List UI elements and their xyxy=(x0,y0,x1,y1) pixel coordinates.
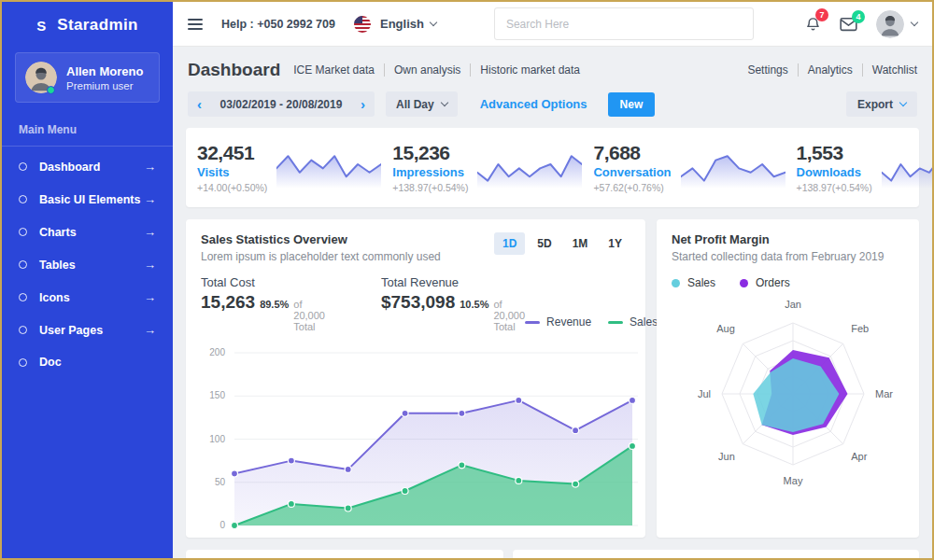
user-card[interactable]: Allen Moreno Premium user xyxy=(15,52,160,103)
circle-icon xyxy=(19,162,27,171)
app-logo[interactable]: S Staradmin xyxy=(2,2,173,49)
range-tabs: 1D5D1M1Y xyxy=(494,232,630,255)
new-button[interactable]: New xyxy=(608,92,656,117)
date-range-picker[interactable]: ‹ 03/02/2019 - 20/08/2019 › xyxy=(188,91,375,117)
circle-icon xyxy=(19,326,27,334)
sidebar-item-charts[interactable]: Charts→ xyxy=(2,216,173,248)
sidebar-item-label: Doc xyxy=(39,356,62,369)
svg-text:200: 200 xyxy=(209,347,225,357)
svg-text:150: 150 xyxy=(209,390,225,400)
all-day-dropdown[interactable]: All Day xyxy=(386,91,458,117)
notification-badge: 7 xyxy=(815,8,828,21)
header-links: ICE Market dataOwn analysisHistoric mark… xyxy=(293,63,580,77)
partial-card xyxy=(513,550,919,558)
arrow-right-icon: → xyxy=(144,160,156,174)
date-prev-icon[interactable]: ‹ xyxy=(197,97,202,111)
header-link-historic-market-data[interactable]: Historic market data xyxy=(470,63,580,77)
net-profit-radar-chart: JanFebMarAprMayJunJulAug xyxy=(672,295,904,502)
toolbar: ‹ 03/02/2019 - 20/08/2019 › All Day Adva… xyxy=(188,91,917,117)
svg-text:0: 0 xyxy=(219,520,225,530)
totals-row: Total Cost 15,263 89.5% of 20,000 Total … xyxy=(201,275,630,332)
main-menu: Dashboard→Basic UI Elements→Charts→Table… xyxy=(2,150,173,378)
profile-menu[interactable] xyxy=(876,10,917,38)
profit-card-subtitle: Started collecting data from February 20… xyxy=(672,250,904,263)
sidebar-item-basic-ui-elements[interactable]: Basic UI Elements→ xyxy=(2,183,173,216)
circle-icon xyxy=(19,195,27,203)
advanced-options-link[interactable]: Advanced Options xyxy=(480,97,587,111)
legend-label: Revenue xyxy=(546,315,591,329)
arrow-right-icon: → xyxy=(144,290,156,304)
date-next-icon[interactable]: › xyxy=(361,97,365,111)
us-flag-icon[interactable] xyxy=(354,16,371,33)
header-link-analytics[interactable]: Analytics xyxy=(798,63,853,77)
tab-1y[interactable]: 1Y xyxy=(600,232,630,255)
sidebar-item-label: Dashboard xyxy=(39,161,100,174)
svg-text:Jul: Jul xyxy=(698,388,711,399)
logo-text: Staradmin xyxy=(57,16,138,35)
sidebar-item-label: Tables xyxy=(39,259,76,272)
stat-impressions: 15,236 Impressions +138.97(+0.54%) xyxy=(387,142,587,193)
export-button[interactable]: Export xyxy=(846,91,917,117)
area-chart-legend: RevenueSales xyxy=(525,315,658,332)
profile-avatar xyxy=(876,10,904,38)
total-cost-value: 15,263 xyxy=(201,292,255,313)
logo-icon: S xyxy=(36,18,46,34)
sparkline-chart xyxy=(477,146,582,190)
header-right-links: SettingsAnalyticsWatchlist xyxy=(747,63,917,77)
svg-text:100: 100 xyxy=(209,434,225,444)
stat-value: 15,236 xyxy=(392,142,468,164)
main-area: Help : +050 2992 709 English 7 xyxy=(173,2,932,558)
sidebar-item-tables[interactable]: Tables→ xyxy=(2,248,173,281)
hamburger-icon[interactable] xyxy=(188,19,203,30)
tab-1m[interactable]: 1M xyxy=(564,232,597,255)
total-revenue-value: $753,098 xyxy=(381,292,455,313)
arrow-right-icon: → xyxy=(144,323,156,337)
sales-card-titles: Sales Statistics Overview Lorem ipsum is… xyxy=(201,232,441,263)
next-row-cards xyxy=(186,550,919,558)
total-cost-percent: 89.5% xyxy=(260,299,289,310)
svg-text:Mar: Mar xyxy=(875,388,893,399)
sidebar-item-label: User Pages xyxy=(39,324,103,337)
header-link-ice-market-data[interactable]: ICE Market data xyxy=(293,63,375,77)
radar-legend: SalesOrders xyxy=(672,276,904,289)
help-phone: Help : +050 2992 709 xyxy=(221,18,335,31)
svg-text:50: 50 xyxy=(215,477,226,487)
all-day-label: All Day xyxy=(396,98,434,111)
sidebar-item-doc[interactable]: Doc xyxy=(2,346,173,378)
notifications-button[interactable]: 7 xyxy=(805,15,821,33)
stats-card: 32,451 Visits +14.00(+0.50%) 15,236 Impr… xyxy=(186,128,919,207)
sidebar-item-icons[interactable]: Icons→ xyxy=(2,281,173,314)
stat-label: Visits xyxy=(197,165,267,179)
legend-orders: Orders xyxy=(740,276,790,289)
stat-value: 7,688 xyxy=(593,142,671,164)
user-avatar xyxy=(25,62,57,93)
total-revenue-percent: 10.5% xyxy=(460,299,488,310)
svg-text:Apr: Apr xyxy=(851,451,867,462)
stat-change: +138.97(+0.54%) xyxy=(392,182,468,193)
sidebar-item-user-pages[interactable]: User Pages→ xyxy=(2,314,173,346)
header-link-watchlist[interactable]: Watchlist xyxy=(862,63,917,77)
sales-card-subtitle: Lorem ipsum is placeholder text commonly… xyxy=(201,250,441,263)
sidebar-item-dashboard[interactable]: Dashboard→ xyxy=(2,150,173,183)
topbar-actions: 7 4 xyxy=(805,10,917,38)
header-link-settings[interactable]: Settings xyxy=(747,63,787,77)
legend-line-icon xyxy=(608,321,623,324)
stat-text: 32,451 Visits +14.00(+0.50%) xyxy=(197,142,267,193)
tab-5d[interactable]: 5D xyxy=(529,232,559,255)
messages-button[interactable]: 4 xyxy=(840,17,857,32)
circle-icon xyxy=(19,293,27,301)
search-input[interactable] xyxy=(494,7,754,40)
page-title: Dashboard xyxy=(188,60,280,80)
date-range-value: 03/02/2019 - 20/08/2019 xyxy=(220,98,343,111)
header-link-own-analysis[interactable]: Own analysis xyxy=(384,63,460,77)
online-status-dot xyxy=(47,86,55,94)
sparkline-chart xyxy=(882,146,932,190)
language-selector[interactable]: English xyxy=(380,17,436,31)
stat-visits: 32,451 Visits +14.00(+0.50%) xyxy=(191,142,387,193)
charts-row: Sales Statistics Overview Lorem ipsum is… xyxy=(186,219,919,538)
sales-area-chart: 050100150200 xyxy=(201,342,630,546)
chevron-down-icon xyxy=(430,19,437,26)
legend-label: Sales xyxy=(630,315,658,329)
tab-1d[interactable]: 1D xyxy=(494,232,525,255)
stat-value: 1,553 xyxy=(797,142,872,164)
